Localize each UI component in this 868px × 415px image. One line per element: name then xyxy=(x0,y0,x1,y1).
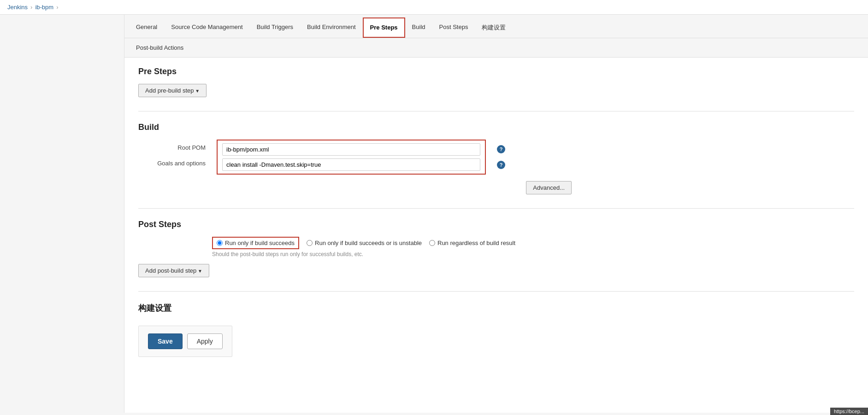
jian-she-title: 构建设置 xyxy=(138,303,854,314)
breadcrumb-sep1: › xyxy=(30,4,32,11)
radio-run-unstable[interactable] xyxy=(307,240,313,246)
root-pom-help-icon[interactable]: ? xyxy=(497,145,505,153)
tab-pre-steps[interactable]: Pre Steps xyxy=(363,18,405,38)
build-section: Build Root POM Goals xyxy=(138,123,854,194)
add-post-build-step-button[interactable]: Add post-build step xyxy=(138,264,209,277)
run-condition-group: Run only if build succeeds Run only if b… xyxy=(138,237,854,249)
divider-3 xyxy=(138,291,854,292)
tab-nav-row1: General Source Code Management Build Tri… xyxy=(124,15,868,38)
tab-source-code[interactable]: Source Code Management xyxy=(164,18,249,38)
divider-2 xyxy=(138,208,854,209)
advanced-row: Advanced... xyxy=(138,181,572,194)
breadcrumb-project[interactable]: ib-bpm xyxy=(35,4,53,11)
root-pom-label: Root POM xyxy=(138,144,212,151)
tab-build[interactable]: Build xyxy=(405,18,432,38)
breadcrumb-bar: Jenkins › ib-bpm › xyxy=(0,0,868,15)
breadcrumb-jenkins[interactable]: Jenkins xyxy=(7,4,28,11)
apply-button[interactable]: Apply xyxy=(187,333,223,349)
left-sidebar xyxy=(0,15,124,413)
save-button[interactable]: Save xyxy=(148,333,183,349)
goals-row xyxy=(222,158,480,171)
tab-general[interactable]: General xyxy=(129,18,164,38)
run-condition-hint: Should the post-build steps run only for… xyxy=(212,251,854,257)
tab-build-triggers[interactable]: Build Triggers xyxy=(250,18,300,38)
build-inputs-highlight xyxy=(217,140,486,175)
tab-build-env[interactable]: Build Environment xyxy=(300,18,363,38)
build-title: Build xyxy=(138,123,854,132)
radio-run-success[interactable] xyxy=(217,240,223,246)
save-area: Save Apply xyxy=(138,326,232,357)
radio-run-success-label: Run only if build succeeds xyxy=(225,240,295,246)
breadcrumb-sep2: › xyxy=(56,4,58,11)
build-form-wrapper: Root POM Goals and options ? ? xyxy=(138,140,854,177)
pre-steps-title: Pre Steps xyxy=(138,67,854,76)
tab-nav-row2: Post-build Actions xyxy=(124,38,868,58)
tab-post-build[interactable]: Post-build Actions xyxy=(129,38,190,57)
radio-item-run-unstable[interactable]: Run only if build succeeds or is unstabl… xyxy=(307,240,422,246)
add-post-build-wrapper: Add post-build step xyxy=(138,264,854,277)
radio-run-regardless[interactable] xyxy=(429,240,435,246)
tab-post-steps[interactable]: Post Steps xyxy=(432,18,475,38)
jian-she-section: 构建设置 Save Apply xyxy=(138,303,854,357)
divider-1 xyxy=(138,111,854,111)
tab-construct-settings[interactable]: 构建设置 xyxy=(475,18,513,38)
radio-item-run-success[interactable]: Run only if build succeeds xyxy=(212,237,299,249)
page-content: Pre Steps Add pre-build step Build xyxy=(124,58,868,380)
goals-label: Goals and options xyxy=(138,160,212,167)
main-container: General Source Code Management Build Tri… xyxy=(0,15,868,413)
content-area: General Source Code Management Build Tri… xyxy=(124,15,868,413)
root-pom-row xyxy=(222,143,480,156)
goals-help-icon[interactable]: ? xyxy=(497,161,505,169)
add-pre-build-step-button[interactable]: Add pre-build step xyxy=(138,84,207,97)
goals-input[interactable] xyxy=(222,158,480,171)
radio-run-regardless-label: Run regardless of build result xyxy=(437,240,515,246)
root-pom-input[interactable] xyxy=(222,143,480,156)
post-steps-section: Post Steps Run only if build succeeds Ru… xyxy=(138,220,854,277)
pre-steps-section: Pre Steps Add pre-build step xyxy=(138,67,854,97)
url-hint: https://bcep... xyxy=(830,408,868,413)
radio-item-run-regardless[interactable]: Run regardless of build result xyxy=(429,240,515,246)
advanced-button[interactable]: Advanced... xyxy=(526,181,572,194)
post-steps-title: Post Steps xyxy=(138,220,854,229)
radio-run-unstable-label: Run only if build succeeds or is unstabl… xyxy=(315,240,422,246)
